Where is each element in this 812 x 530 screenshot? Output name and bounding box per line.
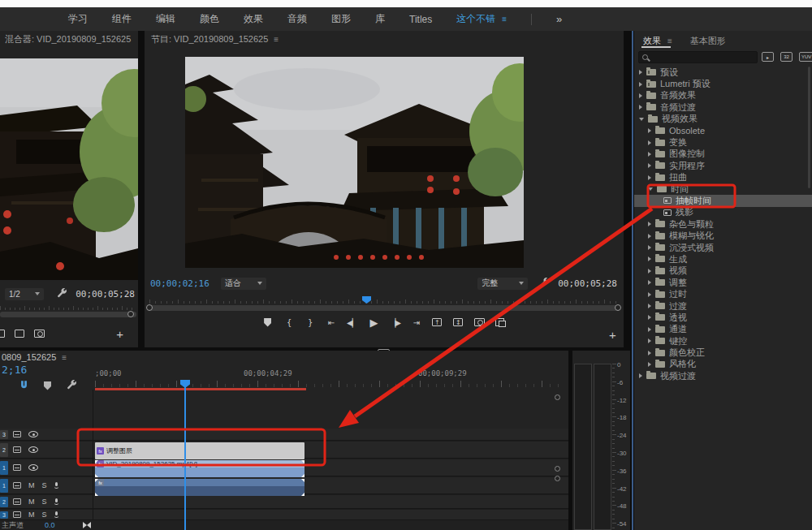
- add-marker-button[interactable]: [262, 316, 273, 329]
- mute-button[interactable]: M: [28, 498, 35, 506]
- effects-tree-item-沉浸式视频[interactable]: 沉浸式视频: [634, 242, 812, 253]
- panel-menu-icon[interactable]: ≡: [667, 37, 672, 45]
- solo-button[interactable]: S: [42, 498, 47, 506]
- workspace-overflow-icon[interactable]: »: [556, 13, 562, 25]
- sync-lock-icon[interactable]: [13, 498, 21, 505]
- effects-tree-item-音频过渡[interactable]: 音频过渡: [634, 101, 812, 113]
- effects-tree-item-实用程序[interactable]: 实用程序: [634, 160, 812, 171]
- tab-effects[interactable]: 效果: [643, 35, 661, 47]
- effects-tree-item-扭曲[interactable]: 扭曲: [634, 172, 812, 183]
- effects-tree-item-杂色与颗粒[interactable]: 杂色与颗粒: [634, 218, 812, 230]
- effects-tree-item-调整[interactable]: 调整: [634, 277, 812, 288]
- panel-menu-icon[interactable]: ≡: [274, 35, 279, 44]
- effects-tree-item-图像控制[interactable]: 图像控制: [634, 149, 812, 160]
- effects-tree-item-视频[interactable]: 视频: [634, 265, 812, 277]
- menu-tab-编辑[interactable]: 编辑: [156, 12, 175, 26]
- menu-tab-颜色[interactable]: 颜色: [200, 12, 219, 26]
- effects-tree-item-预设[interactable]: 预设: [634, 67, 812, 78]
- panel-menu-icon[interactable]: ≡: [62, 353, 67, 362]
- fit-timeline-icon[interactable]: [83, 522, 91, 528]
- tab-essential-graphics[interactable]: 基本图形: [690, 35, 726, 47]
- effects-tree-item-透视[interactable]: 透视: [634, 312, 812, 323]
- overwrite-button[interactable]: [15, 330, 24, 338]
- timeline-current-timecode[interactable]: 2;16: [2, 364, 27, 376]
- voiceover-record-icon[interactable]: [54, 482, 58, 489]
- sync-lock-icon[interactable]: [13, 482, 21, 489]
- effects-tree-item-时间[interactable]: 时间: [634, 183, 812, 195]
- fx-badge[interactable]: fx: [97, 447, 104, 455]
- effects-tree-item-抽帧时间[interactable]: 抽帧时间: [634, 195, 812, 206]
- source-scrub-end-knob[interactable]: [127, 311, 134, 317]
- effects-scrollbar[interactable]: [808, 67, 810, 188]
- sync-lock-icon[interactable]: [13, 511, 21, 518]
- menu-tab-图形[interactable]: 图形: [331, 12, 351, 26]
- accelerated-effects-badge[interactable]: ▸: [762, 52, 774, 62]
- search-input[interactable]: [651, 53, 749, 62]
- timeline-clip-A1[interactable]: fx: [95, 479, 304, 496]
- timeline-clip-VID_20190809_152625.mp4[V][interactable]: fxVID_20190809_152625.mp4[V]: [95, 460, 304, 477]
- menu-tab-学习[interactable]: 学习: [68, 12, 88, 26]
- program-settings-wrench-icon[interactable]: [539, 276, 550, 291]
- toggle-track-output-icon[interactable]: [28, 446, 38, 453]
- 32-bit-color-badge[interactable]: 32: [780, 52, 793, 62]
- mute-button[interactable]: M: [28, 481, 35, 489]
- step-back-button[interactable]: ◀▏: [347, 316, 357, 329]
- program-scrub-end-knob[interactable]: [615, 304, 621, 311]
- go-to-in-button[interactable]: ⇤: [326, 316, 336, 329]
- effects-tree-item-Lumetri 预设[interactable]: Lumetri 预设: [634, 78, 812, 89]
- program-current-timecode[interactable]: 00;00;02;16: [150, 278, 209, 289]
- effects-tree-item-模糊与锐化[interactable]: 模糊与锐化: [634, 230, 812, 241]
- effects-tree-item-过时[interactable]: 过时: [634, 288, 812, 299]
- effects-tree-item-视频效果[interactable]: 视频效果: [634, 114, 812, 125]
- effects-tree-item-生成[interactable]: 生成: [634, 253, 812, 265]
- master-volume-value[interactable]: 0.0: [45, 521, 55, 529]
- voiceover-record-icon[interactable]: [54, 511, 58, 518]
- export-frame-button[interactable]: [34, 330, 45, 338]
- track-label[interactable]: 1: [0, 479, 8, 493]
- lift-button[interactable]: ↑: [432, 316, 443, 329]
- source-scrubber[interactable]: [0, 312, 136, 317]
- effects-tree-item-变换[interactable]: 变换: [634, 136, 812, 148]
- effects-tree-item-键控[interactable]: 键控: [634, 335, 812, 347]
- menu-tab-库[interactable]: 库: [375, 12, 385, 26]
- effects-tree-item-视频过渡[interactable]: 视频过渡: [634, 370, 812, 381]
- scrollbar-knob[interactable]: [555, 394, 560, 400]
- extract-button[interactable]: ↕: [453, 316, 464, 329]
- effects-search-box[interactable]: [638, 51, 758, 63]
- effects-tree-item-风格化[interactable]: 风格化: [634, 359, 812, 370]
- effects-tree-item-残影[interactable]: 残影: [634, 207, 812, 218]
- voiceover-record-icon[interactable]: [54, 498, 58, 505]
- effects-tree-item-通道[interactable]: 通道: [634, 324, 812, 335]
- menu-tab-音频[interactable]: 音频: [287, 12, 307, 26]
- program-scrubber[interactable]: [148, 305, 620, 311]
- source-zoom-select[interactable]: 1/2: [5, 288, 44, 300]
- scrollbar-knob[interactable]: [555, 476, 560, 481]
- effects-tree-item-音频效果[interactable]: 音频效果: [634, 90, 812, 101]
- program-scrub-start-knob[interactable]: [146, 304, 153, 311]
- track-label[interactable]: 2: [0, 497, 8, 507]
- solo-button[interactable]: S: [42, 481, 47, 489]
- toggle-track-output-icon[interactable]: [28, 464, 38, 471]
- menu-tab-Titles[interactable]: Titles: [409, 14, 432, 25]
- button-editor-plus[interactable]: +: [609, 328, 616, 342]
- toggle-track-output-icon[interactable]: [28, 431, 38, 437]
- step-forward-button[interactable]: ▕▶: [390, 316, 400, 329]
- track-label[interactable]: 1: [0, 461, 8, 475]
- source-settings-wrench-icon[interactable]: [57, 287, 67, 301]
- comparison-view-button[interactable]: [495, 316, 506, 329]
- program-fit-select[interactable]: 适合: [221, 278, 266, 290]
- insert-button[interactable]: [0, 330, 5, 338]
- go-to-out-button[interactable]: ⇥: [411, 316, 421, 329]
- yuv-effects-badge[interactable]: YUV: [799, 52, 812, 62]
- button-editor-plus[interactable]: +: [116, 327, 123, 341]
- workspace-menu-icon[interactable]: ≡: [502, 15, 507, 24]
- mark-in-button[interactable]: {: [283, 316, 294, 329]
- mark-out-button[interactable]: }: [304, 316, 315, 329]
- track-label[interactable]: 2: [0, 443, 8, 457]
- play-button[interactable]: ▶: [369, 316, 379, 329]
- program-quality-select[interactable]: 完整: [477, 278, 528, 290]
- menu-tab-效果[interactable]: 效果: [244, 12, 263, 26]
- sync-lock-icon[interactable]: [13, 431, 21, 437]
- menu-tab-这个不错[interactable]: 这个不错: [456, 12, 495, 26]
- track-label[interactable]: 3: [0, 430, 8, 439]
